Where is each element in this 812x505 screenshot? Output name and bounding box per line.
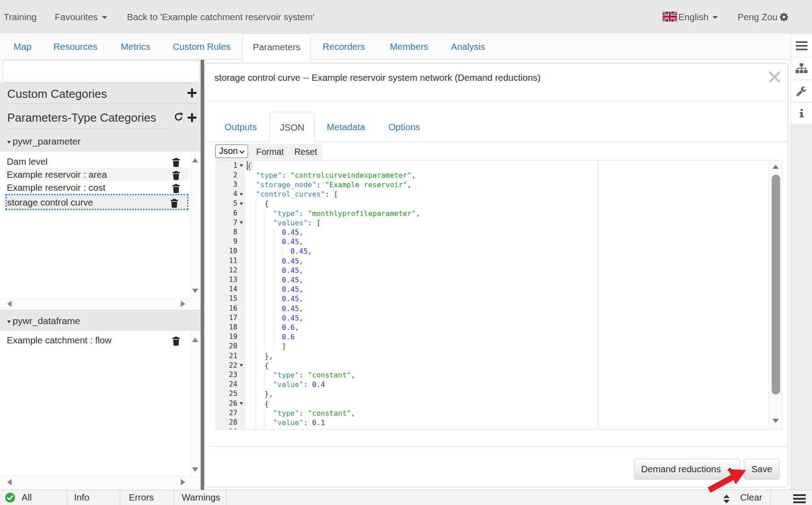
code-line: 0.45, — [245, 228, 303, 237]
tab-map[interactable]: Map — [13, 34, 31, 60]
menu-icon[interactable] — [790, 34, 812, 57]
triangle-down-icon — [7, 321, 11, 323]
nav-user[interactable]: Peng Zou — [738, 0, 777, 34]
trash-icon[interactable] — [172, 183, 180, 192]
refresh-icon[interactable] — [174, 112, 183, 123]
scroll-down-icon[interactable] — [192, 467, 198, 472]
nav-favourites-dropdown[interactable]: Favourites — [55, 0, 107, 34]
panel-title: storage control curve -- Example reservo… — [214, 72, 541, 83]
tab-parameters[interactable]: Parameters — [242, 34, 311, 60]
indent-guide — [265, 285, 265, 294]
list-item[interactable]: Example reservoir : area — [4, 168, 189, 181]
tab-recorders[interactable]: Recorders — [323, 34, 365, 60]
list-item[interactable]: Example catchment : flow — [4, 334, 189, 347]
format-button[interactable]: Format — [256, 144, 284, 160]
nav-back-link[interactable]: Back to 'Example catchment reservoir sys… — [127, 0, 314, 34]
tab-metrics[interactable]: Metrics — [121, 34, 150, 60]
fold-icon[interactable] — [240, 202, 243, 205]
list-item[interactable]: Example reservoir : cost — [4, 181, 189, 194]
close-icon[interactable] — [769, 71, 781, 83]
tab-analysis[interactable]: Analysis — [451, 34, 485, 60]
scrollbar-thumb[interactable] — [772, 175, 780, 395]
status-filter-info[interactable]: Info — [67, 490, 120, 505]
tab-resources[interactable]: Resources — [53, 34, 97, 60]
list-item[interactable]: storage control curve — [5, 194, 188, 210]
indent-guide — [256, 408, 256, 418]
indent-guide — [265, 332, 265, 342]
scrollbar-track[interactable] — [191, 331, 200, 477]
scrollbar-track[interactable] — [0, 477, 200, 488]
indent-guide — [273, 304, 274, 313]
panel-tab-metadata[interactable]: Metadata — [315, 112, 377, 142]
scroll-up-icon[interactable] — [192, 338, 198, 342]
gear-icon[interactable] — [780, 12, 790, 22]
add-custom-category-button[interactable] — [188, 88, 196, 97]
fold-icon[interactable] — [240, 364, 243, 367]
scrollbar-track[interactable] — [0, 299, 200, 310]
panel-tab-options[interactable]: Options — [377, 112, 432, 142]
trash-icon[interactable] — [172, 170, 180, 179]
pane-splitter[interactable] — [201, 60, 204, 490]
panel-tab-json[interactable]: JSON — [269, 112, 315, 142]
line-number: 18 — [216, 323, 237, 332]
status-filter-all[interactable]: All — [0, 490, 67, 505]
fold-icon[interactable] — [240, 221, 243, 224]
indent-guide — [256, 380, 256, 389]
json-code-editor[interactable]: 1234567891011121314151617181920212223242… — [216, 160, 782, 430]
fold-icon[interactable] — [240, 164, 243, 167]
editor-scrollbar[interactable] — [768, 161, 782, 430]
scroll-down-icon[interactable] — [773, 419, 779, 423]
scroll-left-icon[interactable] — [7, 301, 12, 307]
tab-members[interactable]: Members — [390, 34, 428, 60]
trash-icon[interactable] — [172, 157, 180, 166]
code-line: "control_curves": [ — [245, 189, 338, 199]
trash-icon[interactable] — [170, 198, 178, 206]
info-icon[interactable] — [790, 102, 812, 125]
line-number: 23 — [216, 370, 237, 380]
scroll-right-icon[interactable] — [181, 479, 185, 485]
indent-guide — [265, 256, 265, 266]
indent-guide — [273, 256, 274, 266]
code-line: 0.45, — [245, 275, 303, 285]
list-item-label: Example reservoir : cost — [7, 181, 105, 194]
flag-icon — [663, 12, 677, 22]
scroll-up-icon[interactable] — [192, 158, 198, 162]
reset-button[interactable]: Reset — [294, 144, 317, 160]
add-param-category-button[interactable] — [188, 113, 196, 122]
mode-select[interactable]: Json — [215, 145, 248, 158]
trash-icon[interactable] — [172, 336, 180, 345]
section-header-pywr_dataframe[interactable]: pywr_dataframe — [0, 310, 201, 331]
list-item[interactable]: Dam level — [4, 155, 189, 168]
panel-tab-outputs[interactable]: Outputs — [212, 112, 269, 142]
status-filter-warnings[interactable]: Warnings — [174, 490, 227, 505]
custom-categories-title: Custom Categories — [7, 87, 107, 101]
divider — [6, 128, 172, 129]
indent-guide — [265, 209, 265, 218]
sidebar-search-input[interactable] — [3, 60, 200, 83]
nav-training[interactable]: Training — [4, 0, 36, 34]
code-line: 0.45, — [245, 313, 303, 323]
line-number: 8 — [216, 228, 237, 237]
menu-icon[interactable] — [793, 493, 806, 505]
fold-icon[interactable] — [240, 193, 243, 196]
section-header-pywr_parameter[interactable]: pywr_parameter — [0, 136, 201, 152]
wrench-icon[interactable] — [790, 80, 812, 102]
line-number: 29 — [216, 427, 237, 430]
indent-guide — [256, 199, 256, 208]
divider — [205, 101, 788, 101]
fold-icon[interactable] — [240, 402, 243, 405]
scroll-up-icon[interactable] — [773, 165, 779, 169]
scroll-right-icon[interactable] — [181, 301, 185, 307]
sitemap-icon[interactable] — [790, 57, 812, 80]
triangle-down-icon — [7, 141, 11, 144]
nav-language-dropdown[interactable]: English — [678, 0, 718, 34]
indent-guide — [273, 342, 274, 351]
scroll-left-icon[interactable] — [7, 479, 12, 485]
scrollbar-track[interactable] — [191, 152, 200, 298]
chevron-down-icon — [102, 16, 107, 19]
tab-custom-rules[interactable]: Custom Rules — [173, 34, 231, 60]
status-filter-errors[interactable]: Errors — [120, 490, 174, 505]
scroll-down-icon[interactable] — [192, 289, 198, 293]
indent-guide — [265, 294, 265, 303]
list-item-label: Dam level — [7, 155, 48, 168]
